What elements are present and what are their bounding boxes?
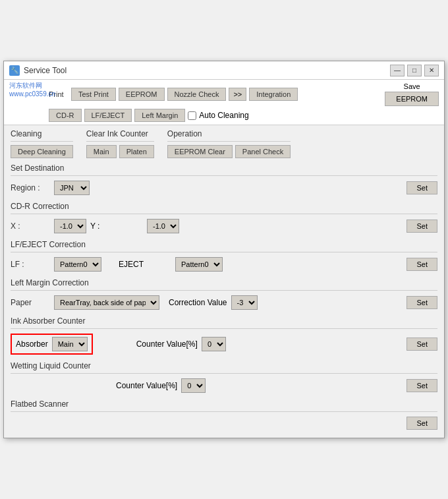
cd-r-set-button[interactable]: Set (406, 220, 437, 233)
ink-absorber-section: Ink Absorber Counter Absorber Main Sub C… (11, 315, 437, 356)
y-select[interactable]: -1.0 0.0 1.0 (147, 219, 179, 233)
y-label: Y : (90, 221, 143, 231)
absorber-counter-select[interactable]: 0 (202, 337, 226, 351)
save-eeprom-button[interactable]: EEPROM (385, 92, 439, 106)
absorber-counter-label: Counter Value[%] (136, 339, 198, 349)
main-window: 🔧 Service Tool — □ ✕ 河东软件网 www.pc0359.cn… (3, 61, 445, 438)
lf-eject-title: LF/EJECT Correction (11, 239, 437, 250)
operation-title: Operation (167, 128, 291, 140)
watermark: 河东软件网 www.pc0359.cn (9, 81, 55, 98)
test-print-button[interactable]: Test Print (71, 88, 116, 101)
content-area: Cleaning Deep Cleaning Clear Ink Counter… (4, 125, 444, 438)
eeprom-clear-button[interactable]: EEPROM Clear (167, 145, 233, 158)
ink-absorber-title: Ink Absorber Counter (11, 315, 437, 327)
close-button[interactable]: ✕ (424, 65, 439, 76)
wetting-liquid-row: Counter Value[%] 0 Set (11, 377, 437, 394)
ink-absorber-set-button[interactable]: Set (406, 338, 437, 351)
operation-buttons: EEPROM Clear Panel Check (167, 145, 291, 158)
maximize-button[interactable]: □ (407, 65, 422, 76)
lf-label: LF : (11, 260, 50, 269)
toolbar: 河东软件网 www.pc0359.cn Print Test Print EEP… (4, 80, 444, 125)
correction-label: Correction Value (169, 298, 227, 307)
wetting-liquid-title: Wetting Liquid Counter (11, 360, 437, 372)
lf-eject-button[interactable]: LF/EJECT (84, 109, 132, 122)
toolbar-row1: Print Test Print EEPROM Nozzle Check >> … (9, 82, 439, 106)
titlebar-controls: — □ ✕ (390, 65, 439, 76)
save-area: Save EEPROM (385, 82, 439, 106)
cd-r-title: CD-R Correction (11, 200, 437, 212)
cd-r-row: X : -1.0 0.0 1.0 Y : -1.0 0.0 1.0 Set (11, 218, 437, 235)
cd-r-xy-group: X : -1.0 0.0 1.0 Y : -1.0 0.0 1.0 (11, 219, 179, 233)
clear-ink-section: Clear Ink Counter Main Platen (86, 128, 154, 158)
left-margin-group: Paper RearTray, back side of pape Option… (11, 295, 258, 310)
cleaning-section: Cleaning Deep Cleaning (11, 128, 73, 158)
minimize-button[interactable]: — (390, 65, 405, 76)
paper-select[interactable]: RearTray, back side of pape Option2 (54, 295, 159, 310)
flatbed-scanner-title: Flatbed Scanner (11, 398, 437, 410)
left-margin-title: Left Margin Correction (11, 277, 437, 289)
toolbar-row2: CD-R LF/EJECT Left Margin Auto Cleaning (9, 109, 439, 122)
left-margin-section: Left Margin Correction Paper RearTray, b… (11, 277, 437, 311)
flatbed-set-button[interactable]: Set (406, 417, 437, 430)
cd-r-correction-section: CD-R Correction X : -1.0 0.0 1.0 Y : -1.… (11, 200, 437, 235)
platen-button[interactable]: Platen (119, 145, 154, 158)
wetting-liquid-section: Wetting Liquid Counter Counter Value[%] … (11, 360, 437, 394)
lf-eject-group: LF : Pattern0 Pattern1 Pattern2 EJECT Pa… (11, 257, 223, 272)
main-button[interactable]: Main (86, 145, 117, 158)
set-destination-title: Set Destination (11, 162, 437, 174)
absorber-highlight: Absorber Main Sub (11, 334, 93, 355)
left-margin-row: Paper RearTray, back side of pape Option… (11, 294, 437, 311)
save-label: Save (404, 82, 420, 90)
region-group: Region : JPN USA EUR (11, 181, 90, 195)
lf-eject-row: LF : Pattern0 Pattern1 Pattern2 EJECT Pa… (11, 256, 437, 273)
absorber-select[interactable]: Main Sub (52, 337, 88, 351)
clear-ink-title: Clear Ink Counter (86, 128, 154, 140)
auto-cleaning-checkbox[interactable] (188, 111, 196, 120)
deep-cleaning-button[interactable]: Deep Cleaning (11, 145, 73, 158)
region-label: Region : (11, 183, 50, 192)
set-destination-row: Region : JPN USA EUR Set (11, 179, 437, 196)
clear-ink-buttons: Main Platen (86, 145, 154, 158)
eeprom-button[interactable]: EEPROM (119, 88, 165, 101)
wetting-counter-label: Counter Value[%] (116, 381, 177, 390)
titlebar-left: 🔧 Service Tool (9, 65, 67, 76)
auto-cleaning-label[interactable]: Auto Cleaning (188, 111, 248, 120)
cd-r-button[interactable]: CD-R (49, 109, 82, 122)
absorber-label: Absorber (16, 339, 48, 349)
integration-button[interactable]: Integration (249, 88, 298, 101)
top-sections: Cleaning Deep Cleaning Clear Ink Counter… (11, 128, 437, 158)
panel-check-button[interactable]: Panel Check (235, 145, 291, 158)
correction-select[interactable]: -3-2-10123 (231, 295, 258, 310)
x-label: X : (11, 221, 50, 231)
left-margin-set-button[interactable]: Set (406, 296, 437, 309)
lf-eject-set-button[interactable]: Set (406, 258, 437, 271)
ink-absorber-group: Absorber Main Sub Counter Value[%] 0 (11, 334, 226, 355)
wetting-counter-select[interactable]: 0 (181, 378, 206, 393)
region-select[interactable]: JPN USA EUR (54, 181, 90, 195)
paper-label: Paper (11, 298, 50, 307)
wetting-liquid-group: Counter Value[%] 0 (11, 378, 206, 393)
left-margin-button[interactable]: Left Margin (134, 109, 185, 122)
titlebar: 🔧 Service Tool — □ ✕ (4, 61, 444, 80)
flatbed-scanner-section: Flatbed Scanner Set (11, 398, 437, 431)
lf-select[interactable]: Pattern0 Pattern1 Pattern2 (54, 257, 101, 272)
titlebar-title: Service Tool (24, 66, 67, 75)
eject-select[interactable]: Pattern0 Pattern1 Pattern2 (175, 257, 223, 272)
app-icon: 🔧 (9, 65, 20, 76)
ink-absorber-row: Absorber Main Sub Counter Value[%] 0 Set (11, 332, 437, 356)
wetting-set-button[interactable]: Set (406, 379, 437, 392)
lf-eject-section: LF/EJECT Correction LF : Pattern0 Patter… (11, 239, 437, 273)
cleaning-title: Cleaning (11, 128, 73, 140)
arrow-button[interactable]: >> (229, 88, 246, 101)
set-destination-section: Set Destination Region : JPN USA EUR Set (11, 162, 437, 196)
operation-section: Operation EEPROM Clear Panel Check (167, 128, 291, 158)
eject-label: EJECT (119, 260, 171, 269)
x-select[interactable]: -1.0 0.0 1.0 (54, 219, 86, 233)
nozzle-check-button[interactable]: Nozzle Check (167, 88, 227, 101)
flatbed-scanner-row: Set (11, 415, 437, 431)
set-destination-button[interactable]: Set (406, 181, 437, 194)
